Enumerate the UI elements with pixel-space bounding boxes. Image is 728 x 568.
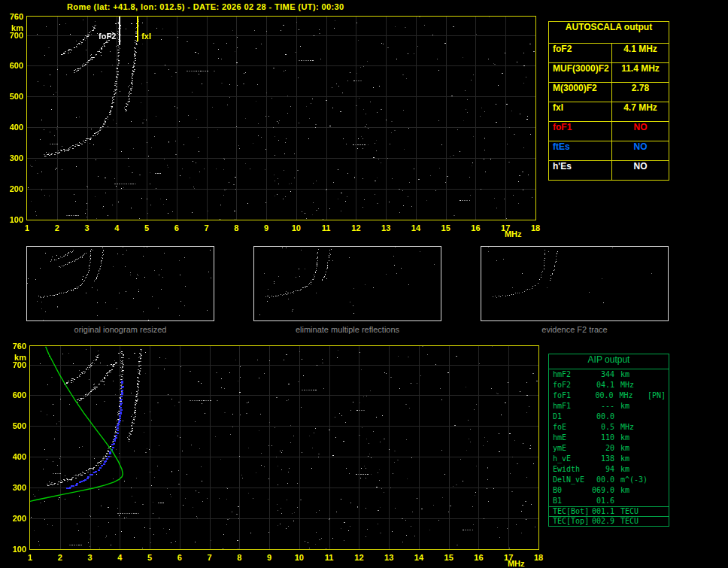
aip-row-label: hmF2 xyxy=(553,369,590,380)
x-axis-tick-label: 5 xyxy=(137,223,156,232)
aip-row-unit xyxy=(614,496,649,506)
autoscala-row-label: ftEs xyxy=(549,141,612,160)
thumbnail-original-ionogram xyxy=(26,246,214,321)
x-axis-tick-label: 12 xyxy=(346,223,366,232)
autoscala-row-value: NO xyxy=(612,141,669,160)
aip-row-label: DelN_vE xyxy=(553,475,590,485)
x-axis-tick-label: 12 xyxy=(349,553,369,562)
autoscala-row-value: 2.78 xyxy=(612,83,669,102)
x-axis-tick-label: 8 xyxy=(229,553,249,562)
y-axis-tick-label: 400 xyxy=(5,452,26,461)
autoscala-row: foF24.1 MHz xyxy=(549,43,669,62)
aip-row-note xyxy=(649,369,666,380)
aip-row-note xyxy=(649,380,666,390)
station-title: Rome (lat: +41.8, lon: 012.5) - DATE: 20… xyxy=(67,2,344,11)
thumbnail-eliminate-reflections xyxy=(253,246,441,321)
y-axis-tick-label: 200 xyxy=(5,514,26,523)
aip-row-note xyxy=(649,464,666,475)
thumbnail-caption-original: original ionogram resized xyxy=(26,325,214,334)
aip-row-note xyxy=(649,485,666,496)
thumbnail-eliminate-reflections-canvas xyxy=(254,247,441,320)
x-axis-tick-label: 11 xyxy=(317,223,336,232)
aip-row-unit: km xyxy=(614,401,649,412)
y-axis-tick-label: 600 xyxy=(2,61,23,70)
aip-row-value: 20 xyxy=(590,443,614,454)
aip-row: DelN_vE00.0m^(-3) xyxy=(549,475,669,485)
x-axis-tick-label: 18 xyxy=(529,553,548,562)
aip-row: hmF1---km xyxy=(549,401,669,412)
aip-tec-row-unit: TECU xyxy=(614,517,649,526)
x-axis-tick-label: 14 xyxy=(409,553,429,562)
aip-row-unit xyxy=(614,412,649,422)
autoscala-screen: Rome (lat: +41.8, lon: 012.5) - DATE: 20… xyxy=(0,0,728,568)
aip-table-rows: hmF2344kmfoF204.1MHzfoF100.0MHz[PN]hmF1-… xyxy=(549,369,669,506)
aip-table-title: AIP output xyxy=(549,354,669,369)
aip-row-label: ymE xyxy=(553,443,590,454)
autoscala-row-value: 4.1 MHz xyxy=(612,44,669,62)
aip-row-value: 00.0 xyxy=(590,390,613,401)
x-axis-tick-label: 18 xyxy=(526,223,545,232)
y-axis-tick-label: 760 xyxy=(2,12,23,21)
aip-row-value: 00.0 xyxy=(590,412,614,422)
aip-row-label: hmF1 xyxy=(553,401,590,412)
aip-tec-row-unit: TECU xyxy=(614,507,649,516)
aip-tec-row-label: TEC[Bot] xyxy=(553,507,590,516)
aip-row-unit: MHz xyxy=(614,380,649,390)
x-axis-tick-label: 3 xyxy=(77,223,97,232)
y-axis-tick-label: 200 xyxy=(2,184,23,193)
autoscala-row: ftEsNO xyxy=(549,141,669,160)
autoscala-row-label: foF2 xyxy=(549,44,612,62)
x-axis-tick-label: 16 xyxy=(469,553,488,562)
autoscala-row: foF1NO xyxy=(549,121,669,141)
aip-row: B0069.0km xyxy=(549,485,669,496)
aip-row-unit: MHz xyxy=(614,422,649,433)
x-axis-tick-label: 5 xyxy=(140,553,159,562)
x-axis-tick-label: 1 xyxy=(20,553,40,562)
thumbnail-original-ionogram-canvas xyxy=(27,247,214,320)
autoscala-row-value: NO xyxy=(612,122,669,141)
x-axis-tick-label: 8 xyxy=(226,223,246,232)
aip-row-label: foF2 xyxy=(553,380,590,390)
aip-row: foE0.5MHz xyxy=(549,422,669,433)
aip-row-label: D1 xyxy=(553,412,590,422)
aip-row: h_vE138km xyxy=(549,454,669,464)
x-axis-tick-label: 2 xyxy=(47,223,67,232)
ionogram-canvas-aip xyxy=(30,346,538,549)
aip-tec-row-note xyxy=(649,507,666,516)
aip-row-unit: km xyxy=(614,369,649,380)
thumbnail-caption-eliminate: eliminate multiple reflections xyxy=(253,325,441,334)
autoscala-row-value: 4.7 MHz xyxy=(612,102,669,121)
aip-row-value: 94 xyxy=(590,464,614,475)
y-axis-tick-label: 300 xyxy=(2,153,23,163)
aip-row-label: foE xyxy=(553,422,590,433)
aip-row-note xyxy=(649,412,666,422)
aip-row: B101.6 xyxy=(549,496,669,506)
aip-output-table: AIP output hmF2344kmfoF204.1MHzfoF100.0M… xyxy=(548,354,669,527)
aip-row: foF100.0MHz[PN] xyxy=(549,390,669,401)
ionogram-canvas-autoscala xyxy=(27,17,535,220)
x-axis-tick-label: 15 xyxy=(436,223,456,232)
x-axis-tick-label: 7 xyxy=(197,223,217,232)
autoscala-row: MUF(3000)F211.4 MHz xyxy=(549,62,669,82)
aip-row-unit: MHz xyxy=(614,390,648,401)
aip-row-unit: m^(-3) xyxy=(614,475,649,485)
autoscala-row: M(3000)F22.78 xyxy=(549,82,669,102)
aip-row-note xyxy=(649,401,666,412)
aip-row: foF204.1MHz xyxy=(549,380,669,390)
aip-row-unit: km xyxy=(614,464,649,475)
x-axis-tick-label: 10 xyxy=(287,223,306,232)
y-axis-unit-label: km xyxy=(2,23,23,32)
x-axis-tick-label: 3 xyxy=(80,553,100,562)
fxI-marker-label: fxI xyxy=(141,32,151,41)
x-axis-tick-label: 16 xyxy=(466,223,485,232)
x-axis-tick-label: 11 xyxy=(320,553,339,562)
x-axis-tick-label: 6 xyxy=(167,223,187,232)
y-axis-unit-label: km xyxy=(5,353,26,362)
autoscala-row-label: MUF(3000)F2 xyxy=(549,63,612,82)
aip-row-note: [PN] xyxy=(648,390,666,401)
autoscala-row-label: fxI xyxy=(549,102,612,121)
aip-row-unit: km xyxy=(614,454,649,464)
aip-row-note xyxy=(649,422,666,433)
y-axis-tick-label: 600 xyxy=(5,390,26,399)
y-axis-tick-label: 500 xyxy=(5,421,26,430)
